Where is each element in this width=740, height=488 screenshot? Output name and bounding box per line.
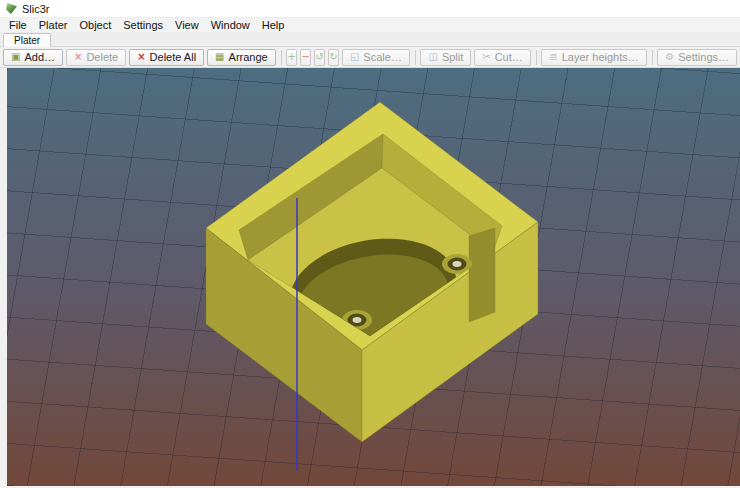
rotate-cw-icon: ↻: [329, 52, 337, 62]
title-bar: Slic3r: [0, 0, 740, 18]
delete-all-icon: ×: [137, 52, 145, 62]
add-button[interactable]: ▣ Add…: [3, 49, 63, 66]
menu-help[interactable]: Help: [256, 18, 291, 33]
menu-view[interactable]: View: [169, 18, 205, 33]
rotate-ccw-button[interactable]: ↺: [314, 49, 325, 66]
scale-button-label: Scale…: [363, 51, 402, 63]
delete-icon: ×: [74, 52, 82, 62]
layer-heights-button-label: Layer heights…: [562, 51, 639, 63]
cut-icon: ✂: [482, 52, 490, 62]
window-title: Slic3r: [22, 3, 50, 15]
delete-button-label: Delete: [86, 51, 118, 63]
toolbar-separator: [281, 50, 282, 65]
model-screw-hole-front-center: [353, 317, 362, 323]
scale-icon: ◱: [350, 52, 359, 62]
plater-toolbar: ▣ Add… × Delete × Delete All ▦ Arrange +…: [0, 47, 740, 68]
layer-heights-button[interactable]: ≣ Layer heights…: [541, 49, 646, 66]
split-button-label: Split: [442, 51, 463, 63]
delete-button[interactable]: × Delete: [66, 49, 126, 66]
settings-icon: ⚙: [665, 52, 674, 62]
menu-settings[interactable]: Settings: [117, 18, 169, 33]
scale-button[interactable]: ◱ Scale…: [342, 49, 410, 66]
split-button[interactable]: ◫ Split: [420, 49, 471, 66]
model-scene: [7, 68, 740, 486]
add-button-label: Add…: [24, 51, 55, 63]
menu-plater[interactable]: Plater: [33, 18, 74, 33]
increase-copies-icon: +: [287, 52, 295, 62]
split-icon: ◫: [428, 52, 437, 62]
menu-file[interactable]: File: [3, 18, 33, 33]
tab-bar: Plater: [0, 33, 740, 47]
model-screw-hole-right-center: [453, 261, 462, 267]
decrease-copies-icon: −: [301, 52, 309, 62]
object-settings-button[interactable]: ⚙ Settings…: [657, 49, 737, 66]
arrange-button[interactable]: ▦ Arrange: [207, 49, 276, 66]
arrange-icon: ▦: [215, 52, 224, 62]
cut-button-label: Cut…: [495, 51, 523, 63]
increase-copies-button[interactable]: +: [286, 49, 297, 66]
layer-heights-icon: ≣: [549, 52, 557, 62]
delete-all-button-label: Delete All: [150, 51, 196, 63]
rotate-ccw-icon: ↺: [315, 52, 323, 62]
cut-button[interactable]: ✂ Cut…: [474, 49, 531, 66]
toolbar-separator: [652, 50, 653, 65]
add-icon: ▣: [11, 52, 20, 62]
menu-bar: File Plater Object Settings View Window …: [0, 18, 740, 33]
decrease-copies-button[interactable]: −: [300, 49, 311, 66]
model-slot-channel: [469, 228, 495, 322]
settings-button-label: Settings…: [678, 51, 729, 63]
toolbar-separator: [536, 50, 537, 65]
tab-plater[interactable]: Plater: [3, 33, 51, 47]
toolbar-separator: [415, 50, 416, 65]
viewport-3d[interactable]: [7, 68, 740, 486]
menu-window[interactable]: Window: [205, 18, 256, 33]
model-3d[interactable]: [206, 102, 538, 442]
menu-object[interactable]: Object: [73, 18, 117, 33]
slic3r-app-icon: [6, 3, 17, 14]
arrange-button-label: Arrange: [229, 51, 268, 63]
delete-all-button[interactable]: × Delete All: [129, 49, 204, 66]
rotate-cw-button[interactable]: ↻: [328, 49, 339, 66]
